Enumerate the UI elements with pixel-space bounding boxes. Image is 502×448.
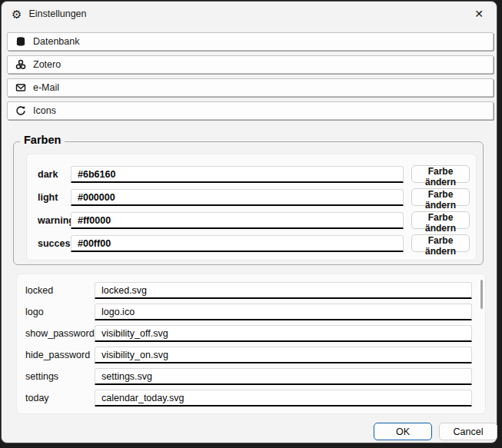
cancel-button[interactable]: Cancel bbox=[439, 423, 497, 440]
section-icons[interactable]: Icons bbox=[7, 101, 494, 120]
icon-row-label: logo bbox=[25, 307, 44, 317]
section-label: Icons bbox=[33, 105, 56, 116]
color-value-input[interactable] bbox=[71, 235, 404, 252]
color-value-input[interactable] bbox=[71, 166, 404, 183]
sync-icon bbox=[15, 105, 26, 116]
icon-file-input[interactable] bbox=[95, 390, 472, 407]
section-zotero[interactable]: Zotero bbox=[7, 55, 494, 74]
icon-file-input[interactable] bbox=[95, 282, 472, 299]
zotero-icon bbox=[15, 59, 26, 70]
icon-file-input[interactable] bbox=[95, 368, 472, 385]
change-color-button[interactable]: Farbe ändern bbox=[411, 188, 470, 206]
color-value-input[interactable] bbox=[71, 212, 404, 229]
window-title: Einstellungen bbox=[28, 8, 86, 19]
icon-file-input[interactable] bbox=[95, 304, 472, 320]
color-row-label: warning bbox=[38, 215, 75, 226]
envelope-icon bbox=[15, 82, 26, 93]
ok-button[interactable]: OK bbox=[374, 423, 432, 440]
color-row-label: dark bbox=[38, 169, 58, 180]
icon-row-label: locked bbox=[25, 285, 53, 296]
titlebar[interactable]: ⚙ Einstellungen ✕ bbox=[2, 2, 497, 26]
section-label: Datenbank bbox=[33, 36, 79, 47]
icon-row-label: settings bbox=[25, 371, 58, 382]
section-label: e-Mail bbox=[33, 82, 59, 93]
section-label: Zotero bbox=[33, 59, 61, 70]
database-icon bbox=[15, 36, 26, 47]
change-color-button[interactable]: Farbe ändern bbox=[411, 211, 470, 229]
gear-icon: ⚙ bbox=[12, 8, 22, 20]
section-email[interactable]: e-Mail bbox=[7, 78, 494, 97]
icon-row-label: today bbox=[25, 393, 49, 403]
color-row-label: success bbox=[38, 238, 75, 249]
icon-row-label: show_password bbox=[25, 328, 95, 339]
icon-row-label: hide_password bbox=[25, 350, 90, 360]
settings-dialog: ⚙ Einstellungen ✕ Datenbank Zotero e-Mai… bbox=[1, 1, 497, 443]
close-icon[interactable]: ✕ bbox=[467, 5, 490, 23]
change-color-button[interactable]: Farbe ändern bbox=[411, 165, 470, 183]
section-datenbank[interactable]: Datenbank bbox=[7, 32, 494, 51]
colors-group-title: Farben bbox=[20, 134, 65, 146]
icons-list-scrollbar[interactable] bbox=[480, 280, 483, 309]
color-value-input[interactable] bbox=[71, 189, 404, 206]
icon-file-input[interactable] bbox=[95, 347, 472, 363]
color-row-label: light bbox=[38, 192, 58, 203]
change-color-button[interactable]: Farbe ändern bbox=[411, 234, 470, 252]
icon-file-input[interactable] bbox=[95, 325, 472, 342]
